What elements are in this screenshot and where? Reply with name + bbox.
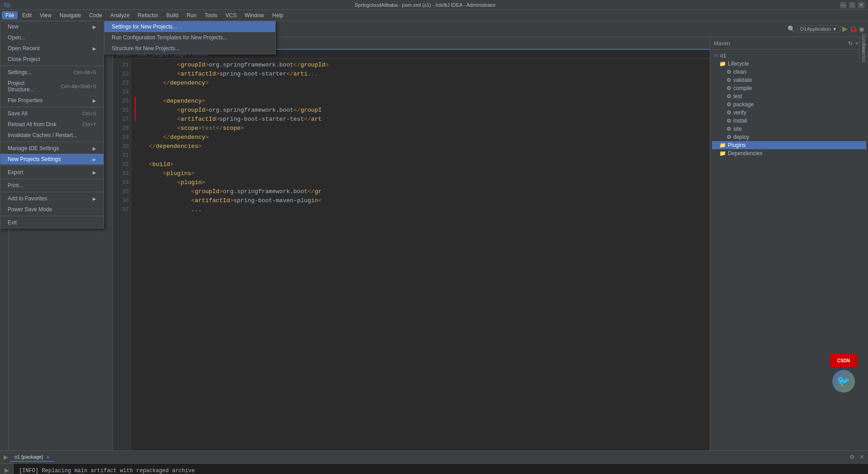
menu-file-close-project[interactable]: Close Project	[0, 54, 104, 65]
run-close-icon[interactable]: ✕	[859, 454, 864, 460]
export-arrow: ▶	[93, 170, 96, 175]
run-tab-o1[interactable]: o1 [package] ✕	[10, 453, 54, 462]
code-line-37: ...	[135, 205, 706, 214]
sep3	[0, 142, 104, 142]
menu-file-exit[interactable]: Exit	[0, 217, 104, 228]
code-line-21: <groupId>org.springframework.boot</group…	[135, 61, 706, 70]
menu-file-properties[interactable]: File Properties ▶	[0, 95, 104, 106]
code-line-30: </dependencies>	[135, 142, 706, 151]
sep4	[0, 166, 104, 166]
menu-file-add-favorites[interactable]: Add to Favorites ▶	[0, 193, 104, 204]
maven-lifecycle-icon: 📁	[719, 61, 726, 67]
menu-file-manage-ide[interactable]: Manage IDE Settings ▶	[0, 143, 104, 154]
code-line-22: <artifactId>spring-boot-starter</arti...	[135, 70, 706, 79]
menu-file-invalidate[interactable]: Invalidate Caches / Restart...	[0, 130, 104, 141]
favorites-arrow: ▶	[93, 196, 96, 201]
toolbar-debug-button[interactable]: 🐞	[849, 25, 857, 33]
maven-install-icon: ⚙	[726, 118, 731, 124]
menu-bar: File Edit View Navigate Code Analyze Ref…	[0, 10, 868, 21]
menu-build[interactable]: Build	[163, 11, 182, 19]
maven-compile[interactable]: ⚙ compile	[712, 84, 866, 92]
maximize-button[interactable]: □	[849, 2, 855, 8]
maven-add-icon[interactable]: +	[855, 40, 859, 47]
code-line-34: <plugin>	[135, 178, 706, 187]
open-recent-arrow: ▶	[93, 46, 96, 51]
menu-analyze[interactable]: Analyze	[107, 11, 133, 19]
menu-file-print[interactable]: Print...	[0, 180, 104, 191]
menu-file-project-structure[interactable]: Project Structure... Ctrl+Alt+Shift+S	[0, 78, 104, 95]
maven-o1[interactable]: m o1	[712, 52, 866, 60]
code-line-26: <groupId>org.springframework.boot</group…	[135, 106, 706, 115]
menu-view[interactable]: View	[36, 11, 55, 19]
new-projects-arrow: ▶	[93, 157, 96, 162]
menu-vcs[interactable]: VCS	[222, 11, 241, 19]
maven-install[interactable]: ⚙ install	[712, 117, 866, 125]
title-text: SpringcloudAlibaba - pom.xml (o1) - Inte…	[10, 2, 840, 8]
menu-file[interactable]: File	[2, 11, 18, 19]
toolbar-search-icon[interactable]: 🔍	[788, 25, 795, 33]
menu-file-open-recent[interactable]: Open Recent ▶	[0, 43, 104, 54]
run-line-info1: [INFO] Replacing main artifact with repa…	[19, 466, 863, 474]
maven-plugins-icon: 📁	[719, 142, 726, 148]
file-dropdown: New ▶ Open... Open Recent ▶ Close Projec…	[0, 21, 104, 228]
code-line-35: <groupId>org.springframework.boot</gr	[135, 187, 706, 196]
submenu-structure-new-projects[interactable]: Structure for New Projects...	[104, 43, 275, 54]
menu-help[interactable]: Help	[269, 11, 287, 19]
run-output[interactable]: [INFO] Replacing main artifact with repa…	[14, 464, 868, 474]
code-line-36: <artifactId>spring-boot-maven-plugin<	[135, 196, 706, 205]
cursor-line	[135, 96, 136, 121]
maven-validate[interactable]: ⚙ validate	[712, 76, 866, 84]
submenu-run-config-templates[interactable]: Run Configuration Templates for New Proj…	[104, 32, 275, 43]
run-settings-icon[interactable]: ⚙	[849, 454, 855, 460]
maven-deploy[interactable]: ⚙ deploy	[712, 133, 866, 141]
maven-site[interactable]: ⚙ site	[712, 125, 866, 133]
menu-file-export[interactable]: Export ▶	[0, 167, 104, 178]
menu-file-new[interactable]: New ▶	[0, 21, 104, 32]
menu-navigate[interactable]: Navigate	[56, 11, 85, 19]
code-area[interactable]: <groupId>org.springframework.boot</group…	[131, 59, 710, 450]
menu-refactor[interactable]: Refactor	[134, 11, 162, 19]
maven-package[interactable]: ⚙ package	[712, 100, 866, 109]
main-layout: 📁 🔍 ⚙ ★ SpringcloudAlibaba 📄 Springcloud…	[0, 37, 868, 450]
menu-file-settings[interactable]: Settings... Ctrl+Alt+S	[0, 67, 104, 78]
maven-verify[interactable]: ⚙ verify	[712, 109, 866, 117]
editor-content[interactable]: 21 22 23 24 25 26 27 28 29 30 31 32 33 3…	[113, 59, 710, 450]
right-icon-fav[interactable]: Favorites	[859, 49, 868, 58]
submenu-settings-new-projects[interactable]: Settings for New Projects...	[104, 21, 275, 32]
code-line-23: </dependency>	[135, 79, 706, 88]
toolbar-coverage-button[interactable]: ◉	[859, 25, 864, 33]
maven-clean[interactable]: ⚙ clean	[712, 68, 866, 76]
new-projects-submenu: Settings for New Projects... Run Configu…	[104, 21, 276, 54]
title-bar: Sp SpringcloudAlibaba - pom.xml (o1) - I…	[0, 0, 868, 10]
menu-file-open[interactable]: Open...	[0, 32, 104, 43]
menu-code[interactable]: Code	[85, 11, 106, 19]
menu-file-save-all[interactable]: Save All Ctrl+S	[0, 108, 104, 119]
minimize-button[interactable]: —	[840, 2, 846, 8]
maven-test[interactable]: ⚙ test	[712, 92, 866, 100]
sep5	[0, 179, 104, 179]
menu-file-new-projects[interactable]: New Projects Settings ▶	[0, 154, 104, 165]
maven-package-icon: ⚙	[726, 101, 731, 108]
run-play-button[interactable]: ▶	[2, 465, 11, 474]
run-tab-close[interactable]: ✕	[46, 455, 50, 460]
code-line-32: <build>	[135, 160, 706, 169]
code-line-28: <scope>test</scope>	[135, 124, 706, 133]
maven-deps-icon: 📁	[719, 150, 726, 156]
manage-ide-arrow: ▶	[93, 146, 96, 151]
menu-tools[interactable]: Tools	[201, 11, 221, 19]
code-line-29: </dependency>	[135, 133, 706, 142]
menu-file-power-save[interactable]: Power Save Mode	[0, 204, 104, 215]
close-button[interactable]: ✕	[858, 2, 864, 8]
menu-run[interactable]: Run	[183, 11, 200, 19]
line-numbers: 21 22 23 24 25 26 27 28 29 30 31 32 33 3…	[113, 59, 131, 450]
maven-o1-icon: m	[714, 52, 718, 59]
maven-refresh-icon[interactable]: ↻	[848, 40, 853, 47]
menu-window[interactable]: Window	[241, 11, 268, 19]
toolbar-run-config[interactable]: O1Application ▼	[797, 25, 840, 33]
maven-plugins[interactable]: 📁 Plugins	[712, 141, 866, 149]
menu-edit[interactable]: Edit	[19, 11, 35, 19]
maven-dependencies[interactable]: 📁 Dependencies	[712, 149, 866, 157]
menu-file-reload[interactable]: Reload All from Disk Ctrl+Y	[0, 119, 104, 130]
maven-lifecycle[interactable]: 📁 Lifecycle	[712, 60, 866, 68]
toolbar-run-button[interactable]: ▶	[842, 24, 848, 33]
